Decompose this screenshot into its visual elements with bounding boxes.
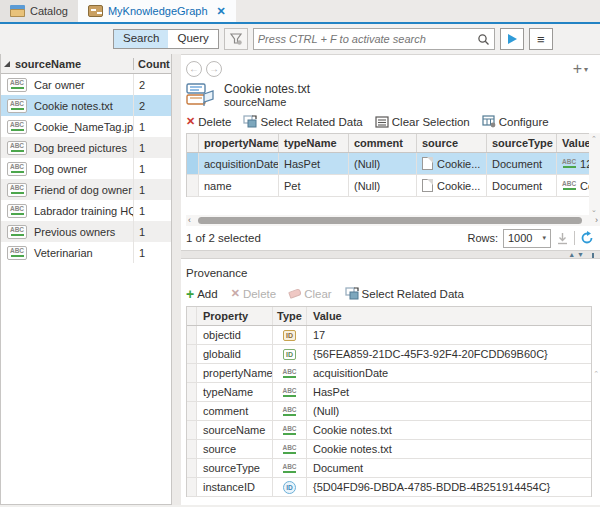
chevron-down-icon: ▾: [542, 234, 546, 242]
col-source[interactable]: source: [417, 134, 487, 152]
rows-limit-select[interactable]: 1000 ▾: [503, 229, 551, 248]
run-search-button[interactable]: [500, 28, 524, 50]
col-property[interactable]: Property: [197, 307, 273, 325]
cell-property: globalid: [197, 345, 273, 363]
search-box[interactable]: [253, 28, 495, 50]
download-icon[interactable]: [556, 232, 569, 245]
cell-sourcetype: Document: [487, 175, 557, 196]
provenance-row[interactable]: commentABC(Null): [187, 402, 591, 421]
splitter-handle[interactable]: [592, 253, 594, 258]
source-list-item[interactable]: ABCLabrador training HQ1: [1, 200, 171, 221]
scrollbar-thumb[interactable]: [198, 217, 582, 224]
provenance-delete-button[interactable]: ✕ Delete: [231, 287, 276, 300]
provenance-row[interactable]: objectidID17: [187, 326, 591, 345]
source-list-item[interactable]: ABCPrevious owners1: [1, 221, 171, 242]
back-button[interactable]: ←: [186, 61, 202, 77]
collapse-triangle-icon[interactable]: [4, 61, 10, 67]
row-indicator[interactable]: [187, 440, 197, 458]
cell-property: instanceID: [197, 478, 273, 496]
splitter-collapse-icons[interactable]: ▲▼: [568, 251, 586, 258]
forward-button[interactable]: →: [206, 61, 222, 77]
source-list-panel: sourceName Count ABCCar owner2ABCCookie …: [0, 54, 172, 505]
cell-type: ABC: [273, 421, 307, 439]
col-value[interactable]: Value: [307, 307, 591, 325]
provenance-select-related-button[interactable]: Select Related Data: [345, 287, 464, 300]
source-list-header[interactable]: sourceName Count: [1, 54, 171, 74]
col-comment[interactable]: comment: [349, 134, 417, 152]
source-list-item[interactable]: ABCCookie notes.txt2: [1, 95, 171, 116]
text-type-icon: ABC: [7, 99, 27, 113]
row-indicator[interactable]: [187, 402, 197, 420]
vertical-splitter[interactable]: [172, 54, 181, 505]
source-count-value: 1: [133, 242, 171, 263]
source-count-value: 1: [133, 200, 171, 221]
record-row[interactable]: namePet(Null)Cookie...DocumentABCCookie: [187, 175, 590, 197]
source-list-item[interactable]: ABCVeterinarian1: [1, 242, 171, 263]
source-name-column-header[interactable]: sourceName: [15, 58, 133, 70]
row-indicator[interactable]: [187, 326, 197, 344]
horizontal-splitter[interactable]: ▲▼: [181, 250, 600, 259]
row-indicator[interactable]: [187, 383, 197, 401]
add-menu-button[interactable]: + ▾: [573, 60, 588, 78]
scroll-left-icon: ‹: [188, 215, 191, 225]
delete-button[interactable]: ✕ Delete: [186, 115, 231, 128]
document-icon: [422, 157, 433, 170]
search-menu-button[interactable]: ≡: [529, 28, 553, 50]
refresh-icon[interactable]: [580, 231, 594, 245]
row-indicator[interactable]: [187, 345, 197, 363]
cell-value: HasPet: [307, 383, 591, 401]
col-sourcetype[interactable]: sourceType: [487, 134, 557, 152]
objectid-type-icon: ID: [283, 330, 296, 341]
source-list-item[interactable]: ABCFriend of dog owner1: [1, 179, 171, 200]
source-list-item[interactable]: ABCCookie_NameTag.jpg1: [1, 116, 171, 137]
search-input[interactable]: [258, 33, 477, 45]
scroll-down-icon: ⌄: [591, 206, 597, 214]
provenance-row[interactable]: sourceABCCookie notes.txt: [187, 440, 591, 459]
col-type[interactable]: Type: [273, 307, 307, 325]
eraser-icon: [288, 288, 302, 299]
tab-myknowledgegraph[interactable]: MyKnowledgeGraph ✕: [78, 0, 236, 22]
select-related-data-button[interactable]: Select Related Data: [243, 115, 362, 128]
provenance-table: Property Type Value objectidID17globalid…: [186, 306, 592, 497]
delete-label: Delete: [198, 116, 231, 128]
records-horizontal-scrollbar[interactable]: ‹ ›: [186, 215, 600, 226]
cell-value: (Null): [307, 402, 591, 420]
col-value[interactable]: Value: [557, 134, 590, 152]
provenance-add-button[interactable]: + Add: [186, 288, 218, 300]
divider: [574, 231, 575, 245]
row-indicator[interactable]: [187, 175, 199, 196]
query-mode-button[interactable]: Query: [168, 30, 217, 48]
tab-catalog[interactable]: Catalog: [0, 0, 78, 22]
count-column-header[interactable]: Count: [133, 58, 171, 70]
row-indicator[interactable]: [187, 459, 197, 477]
row-indicator[interactable]: [187, 364, 197, 382]
add-plus-icon: +: [186, 289, 194, 299]
clear-selection-button[interactable]: Clear Selection: [375, 116, 470, 128]
provenance-row[interactable]: globalidID{56FEA859-21DC-45F3-92F4-20FCD…: [187, 345, 591, 364]
row-indicator[interactable]: [187, 421, 197, 439]
close-tab-icon[interactable]: ✕: [217, 5, 226, 18]
source-list-item[interactable]: ABCDog breed pictures1: [1, 137, 171, 158]
col-typename[interactable]: typeName: [279, 134, 349, 152]
records-vertical-scrollbar[interactable]: ⌃ ⌄: [589, 133, 600, 216]
document-icon: [422, 179, 433, 192]
configure-button[interactable]: Configure: [482, 115, 549, 128]
provenance-row[interactable]: instanceIDID{5D04FD96-DBDA-4785-BDDB-4B2…: [187, 478, 591, 497]
provenance-row[interactable]: propertyNameABCacquisitionDate: [187, 364, 591, 383]
row-indicator[interactable]: [187, 478, 197, 496]
record-row[interactable]: acquisitionDateHasPet(Null)Cookie...Docu…: [187, 153, 590, 175]
row-indicator[interactable]: [187, 153, 199, 174]
provenance-row[interactable]: sourceTypeABCDocument: [187, 459, 591, 478]
provenance-table-rows: objectidID17globalidID{56FEA859-21DC-45F…: [187, 326, 591, 497]
col-propertyname[interactable]: propertyName: [199, 134, 279, 152]
provenance-row[interactable]: sourceNameABCCookie notes.txt: [187, 421, 591, 440]
cell-source: Cookie...: [417, 153, 487, 174]
search-mode-button[interactable]: Search: [114, 30, 168, 48]
filter-button[interactable]: [224, 28, 248, 50]
provenance-clear-button[interactable]: Clear: [289, 288, 331, 300]
filter-icon: [229, 32, 243, 46]
scroll-right-icon: ›: [595, 215, 598, 225]
source-list-item[interactable]: ABCDog owner1: [1, 158, 171, 179]
source-list-item[interactable]: ABCCar owner2: [1, 74, 171, 95]
provenance-row[interactable]: typeNameABCHasPet: [187, 383, 591, 402]
